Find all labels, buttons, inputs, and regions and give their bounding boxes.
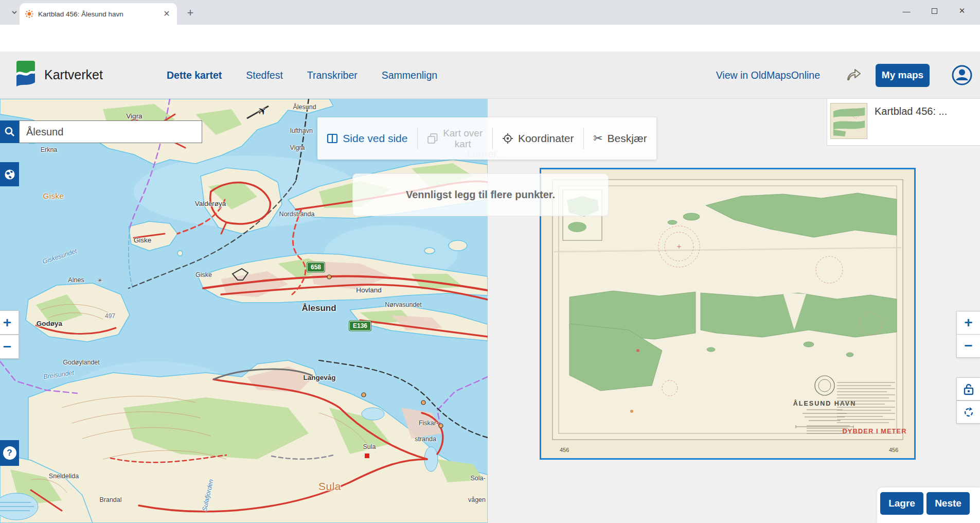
chart-zoom-in-button[interactable]: +: [956, 311, 980, 335]
georeference-toolbar: Side ved side Kart over kart Koordinater…: [317, 117, 656, 160]
crop-button[interactable]: ✂ Beskjær: [593, 132, 647, 145]
search-button[interactable]: [0, 120, 19, 143]
map-over-map-icon: [427, 133, 438, 144]
view-in-oldmapsonline-link[interactable]: View in OldMapsOnline: [716, 69, 820, 81]
map-over-map-button[interactable]: Kart over kart: [427, 128, 483, 149]
old-map-sheet-number-left: 456: [560, 447, 569, 453]
window-minimize-button[interactable]: —: [895, 0, 918, 22]
help-icon: ?: [3, 446, 16, 460]
toolbar-divider: [492, 128, 493, 149]
save-panel: Lagre Neste: [877, 487, 980, 523]
sheet-thumbnail: [830, 103, 867, 139]
old-map-title: ÅLESUND HAVN: [793, 399, 856, 407]
sheet-card-title: Kartblad 456: ...: [875, 106, 947, 117]
map-zoom-in-button[interactable]: +: [0, 310, 19, 335]
coordinates-button[interactable]: Koordinater: [502, 132, 574, 145]
main-content: Vigra✈ÅlesundlufthavnVigraErknaGiskeVald…: [0, 99, 980, 523]
window-close-button[interactable]: ✕: [950, 0, 974, 22]
map-over-map-label-2: kart: [455, 138, 471, 149]
my-maps-button[interactable]: My maps: [876, 64, 930, 87]
main-navigation: Dette kartet Stedfest Transkriber Sammen…: [167, 51, 437, 99]
favicon-icon: [25, 9, 34, 19]
globe-button[interactable]: [0, 162, 19, 186]
side-by-side-icon: [327, 133, 338, 144]
browser-tab[interactable]: Kartblad 456: Ålesund havn ✕: [20, 3, 177, 25]
account-icon[interactable]: [950, 63, 974, 87]
toolbar-divider: [583, 128, 584, 149]
crop-label: Beskjær: [608, 132, 647, 145]
next-button[interactable]: Neste: [926, 492, 970, 515]
chart-zoom-out-button[interactable]: −: [956, 334, 980, 358]
window-maximize-button[interactable]: [922, 0, 946, 22]
rotate-button[interactable]: [956, 400, 980, 424]
search-input[interactable]: [19, 120, 202, 143]
lock-button[interactable]: [956, 377, 980, 400]
coordinates-label: Koordinater: [518, 132, 574, 145]
search-icon: [4, 126, 15, 137]
map-zoom-out-button[interactable]: −: [0, 335, 19, 359]
site-header: Kartverket Dette kartet Stedfest Transkr…: [0, 51, 980, 99]
side-by-side-label: Side ved side: [343, 132, 407, 145]
old-map-sheet-number-right: 456: [889, 447, 898, 453]
tab-close-icon[interactable]: ✕: [162, 9, 172, 19]
browser-tab-strip: Kartblad 456: Ålesund havn ✕ + — ✕: [0, 0, 980, 25]
coordinates-icon: [502, 133, 513, 144]
nav-transkriber[interactable]: Transkriber: [307, 69, 358, 81]
toolbar-divider: [417, 128, 418, 149]
old-map-depth-note: DYBDER I METER: [842, 427, 906, 435]
side-by-side-button[interactable]: Side ved side: [327, 132, 407, 145]
sheet-card[interactable]: Kartblad 456: ...: [827, 99, 980, 146]
new-tab-button[interactable]: +: [183, 6, 198, 21]
browser-toolbar: ← → ↻ kartverket.oldmapsonline.org/maps/…: [0, 25, 980, 51]
nav-dette-kartet[interactable]: Dette kartet: [167, 69, 222, 81]
scissors-icon: ✂: [593, 132, 602, 145]
save-button[interactable]: Lagre: [880, 492, 923, 515]
help-button[interactable]: ?: [0, 440, 19, 466]
hint-message-box: Vennligst legg til flere punkter.: [352, 173, 609, 216]
tab-title: Kartblad 456: Ålesund havn: [38, 10, 157, 18]
kartverket-logo-icon: [15, 60, 36, 90]
modern-map-canvas: [0, 99, 488, 523]
hint-message-text: Vennligst legg til flere punkter.: [406, 189, 555, 201]
share-icon[interactable]: [845, 66, 862, 84]
globe-icon: [4, 168, 16, 181]
nav-sammenlign[interactable]: Sammenlign: [382, 69, 437, 81]
old-map-pane: ÅLESUND HAVN DYBDER I METER 456 456: [488, 99, 980, 523]
map-over-map-label-1: Kart over: [443, 128, 483, 138]
rotate-icon: [963, 406, 975, 419]
modern-map-pane[interactable]: Vigra✈ÅlesundlufthavnVigraErknaGiskeVald…: [0, 99, 488, 523]
nav-stedfest[interactable]: Stedfest: [246, 69, 283, 81]
brand-name: Kartverket: [44, 67, 103, 82]
kartverket-logo[interactable]: Kartverket: [15, 60, 103, 90]
lock-icon: [963, 383, 975, 395]
